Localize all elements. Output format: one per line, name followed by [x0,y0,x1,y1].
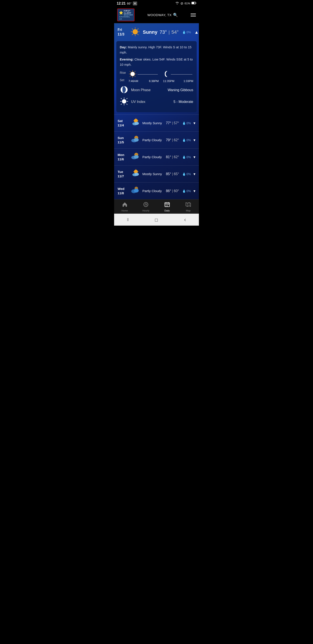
svg-line-18 [130,71,131,72]
android-home[interactable]: ◻ [155,217,158,222]
notification-icon: ✕ [133,2,137,6]
tue-icon [131,168,140,179]
rise-label: Rise [120,71,126,74]
logo-channel: CHANNEL 10 [119,16,132,20]
hourly-label: Hourly [142,209,149,212]
status-right: + ⊘ 61% [175,1,196,6]
sun-icon [131,135,140,145]
android-back[interactable]: ‹ [184,216,186,223]
moon-rise-time: 11:35PM [163,80,174,83]
sun-chevron: ▾ [193,138,195,142]
today-condition: Sunny [143,29,157,35]
moon-phase-row: Moon Phase Waning Gibbous [120,85,193,95]
svg-rect-65 [166,206,166,206]
today-expand-icon[interactable]: ▲ [194,30,199,35]
today-weather-icon [130,26,141,38]
moon-phase-label: Moon Phase [131,88,165,92]
forecast-row-tue[interactable]: Tue 11/7 Mostly Sunny 85° | [114,165,199,182]
wed-high: 86° [166,189,171,193]
sun-condition: Partly Cloudy [142,138,164,142]
svg-rect-3 [192,2,194,4]
mon-low: 62° [174,155,179,159]
sat-chevron: ▾ [193,121,195,126]
today-day: Fri 11/3 [118,28,128,37]
sun-section: Rise Set [120,70,193,83]
sun-day: Sun 11/5 [118,136,128,144]
svg-point-13 [130,72,135,76]
today-rain-pct: 0% [187,30,191,34]
home-label: Home [121,209,128,212]
set-label: Set [120,78,126,82]
sun-low: 62° [174,138,179,142]
svg-line-19 [135,76,135,77]
svg-point-4 [133,29,138,34]
rain-drop-icon: 💧 [182,138,186,142]
tue-day: Tue 11/7 [118,170,128,178]
sun-set-time: 6:38PM [149,80,159,83]
mon-chevron: ▾ [193,155,195,160]
android-nav: ⦀ ◻ ‹ [114,214,199,226]
forecast-row-sun[interactable]: Sun 11/5 Partly Cloudy 79° | 62° 💧 0% [114,132,199,148]
moon-icon-sm [163,70,170,79]
no-signal-icon: ⊘ [180,1,183,6]
sat-condition: Mostly Sunny [142,121,164,125]
wed-rain: 💧 0% [182,189,191,193]
svg-point-53 [134,189,139,192]
rain-drop-icon: 💧 [182,122,186,125]
evening-detail-text: Evening: Clear skies. Low 54F. Winds SSE… [120,57,193,67]
sat-rain: 💧 0% [182,122,191,125]
today-detail-panel: Day: Mainly sunny. High 73F. Winds S at … [116,41,197,112]
svg-point-50 [135,173,139,176]
svg-line-29 [126,104,127,105]
mon-condition: Partly Cloudy [142,155,164,159]
wed-chevron: ▾ [193,189,195,194]
forecast-row-mon[interactable]: Mon 11/6 Partly Cloudy 81° | 62° 💧 0% [114,148,199,165]
status-bar: 12:21 66° ✕ + ⊘ 61% [114,0,199,7]
forecast-list: Sat 11/4 Mostly Sunny 77° [114,114,199,199]
wed-temps: 86° | 60° [166,189,179,193]
forecast-row-wed[interactable]: Wed 11/8 Partly Cloudy 86° | 60° 💧 0% [114,182,199,199]
svg-line-10 [137,34,138,35]
weather-content: Fri 11/3 Sunny 73° | [114,23,199,199]
map-icon [185,202,191,209]
menu-button[interactable] [191,14,196,16]
nav-map[interactable]: Map [178,202,199,212]
nav-hourly[interactable]: Hourly [135,202,157,212]
mon-temps: 81° | 62° [166,155,179,159]
tue-high: 85° [166,172,171,176]
svg-text:+: + [178,2,179,4]
today-header-row[interactable]: Fri 11/3 Sunny 73° | [114,23,199,41]
logo-star: ⭐ [119,11,123,15]
mon-day: Mon 11/6 [118,153,128,161]
svg-line-31 [121,104,122,105]
svg-rect-63 [167,204,168,205]
tue-temps: 85° | 65° [166,172,179,176]
wed-day: Wed 11/8 [118,187,128,195]
forecast-row-sat[interactable]: Sat 11/4 Mostly Sunny 77° [114,114,199,132]
tue-rain: 💧 0% [182,172,191,176]
today-temps: 73° | 54° [160,29,179,35]
today-high: 73° [160,29,167,35]
nav-daily[interactable]: Daily [156,202,178,212]
sun-rise-time: 7:46AM [128,80,138,83]
uv-index-label: UV Index [131,100,171,104]
location-display: WOODWAY, TX 🔍 [147,12,178,18]
sun-high: 79° [166,138,171,142]
svg-line-12 [132,34,133,35]
search-icon[interactable]: 🔍 [173,12,178,18]
svg-point-38 [135,122,139,125]
uv-index-value: 5 - Moderate [173,100,193,104]
wifi-icon: + [175,2,179,5]
rain-drop-icon: 💧 [182,155,186,159]
app-logo[interactable]: ⭐ FIRST ALERT WEATHER CHANNEL 10 [117,8,135,21]
svg-line-20 [135,71,135,72]
wed-condition: Partly Cloudy [142,189,164,193]
sat-temps: 77° | 57° [166,121,179,125]
nav-home[interactable]: Home [114,202,135,212]
mon-icon [131,152,140,162]
svg-point-44 [134,155,139,158]
sun-icon-sm [128,70,137,79]
android-recent[interactable]: ⦀ [127,217,129,222]
sun-rain: 💧 0% [182,138,191,142]
sat-low: 57° [174,121,179,125]
